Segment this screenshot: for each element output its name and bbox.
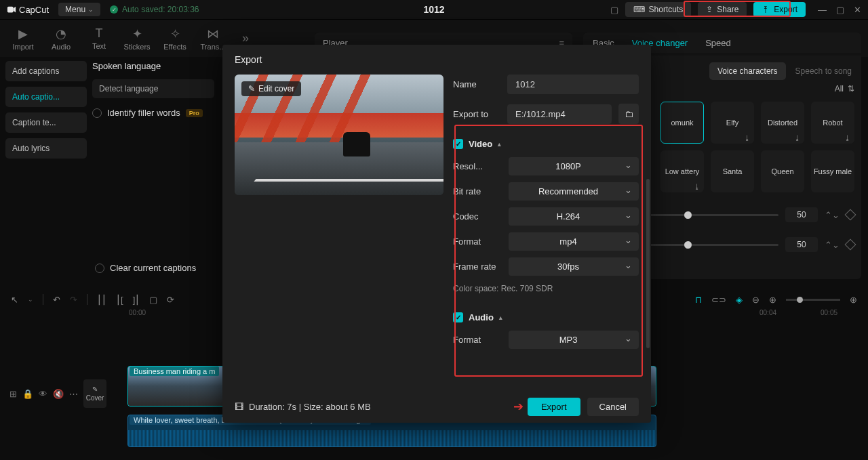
zoom-out-icon[interactable]: ⊖: [752, 295, 760, 305]
shortcuts-button[interactable]: ⌨ Shortcuts: [625, 2, 692, 17]
chevron-up-icon: ▴: [498, 141, 501, 148]
ruler-tick: 00:00: [129, 309, 146, 316]
maximize-icon[interactable]: ▢: [836, 5, 844, 15]
track-lock-icon[interactable]: 🔒: [22, 389, 33, 399]
tab-import[interactable]: ▶Import: [4, 26, 42, 51]
exportto-input[interactable]: E:/1012.mp4: [507, 104, 612, 124]
export-dialog: Export ✎ Edit cover Name 1012 Export to …: [222, 45, 651, 423]
voice-card-elfy[interactable]: Elfy⭳: [711, 102, 754, 144]
export-button-top[interactable]: ⭱ Export: [753, 2, 806, 17]
tab-stickers[interactable]: ✦Stickers: [118, 26, 156, 51]
link-icon[interactable]: ⊂⊃: [711, 295, 726, 305]
detect-language-select[interactable]: Detect language: [92, 79, 214, 98]
sidebar-auto-captions[interactable]: Auto captio...: [5, 87, 87, 107]
cursor-tool-icon[interactable]: ↖: [11, 295, 18, 305]
menu-button[interactable]: Menu ⌄: [58, 3, 100, 16]
scrollbar[interactable]: [646, 179, 650, 348]
voice-characters-button[interactable]: Voice characters: [709, 62, 786, 80]
film-icon: 🎞: [235, 402, 243, 412]
undo-icon[interactable]: ↶: [53, 295, 60, 305]
transitions-icon: ⋈: [207, 26, 219, 41]
clear-captions-checkbox[interactable]: Clear current captions: [95, 263, 196, 273]
name-input[interactable]: 1012: [507, 75, 639, 94]
delete-icon[interactable]: ▢: [149, 295, 157, 305]
voice-card-label: Santa: [723, 167, 743, 175]
bitrate-label: Bit rate: [453, 186, 502, 196]
tab-speed[interactable]: Speed: [705, 38, 731, 48]
resolution-select[interactable]: 1080P: [509, 157, 639, 175]
tab-label: Trans...: [201, 43, 226, 51]
audio-format-label: Format: [453, 335, 502, 345]
pitch-value[interactable]: 50: [785, 207, 818, 222]
menu-label: Menu: [65, 5, 85, 14]
cancel-button[interactable]: Cancel: [587, 398, 639, 416]
fit-icon[interactable]: ⊕: [850, 295, 857, 305]
audio-section-toggle[interactable]: ✓ Audio ▴: [453, 312, 639, 322]
filter-all[interactable]: All: [835, 84, 844, 93]
voice-card-fussy-male[interactable]: Fussy male: [811, 150, 854, 192]
preview-icon[interactable]: ◈: [736, 295, 743, 305]
track-add-icon[interactable]: ⊞: [9, 389, 17, 399]
voice-card-label: Fussy male: [814, 167, 852, 175]
pencil-icon: ✎: [248, 84, 255, 93]
zoom-in-icon[interactable]: ⊕: [769, 295, 776, 305]
codec-select[interactable]: H.264: [509, 207, 639, 226]
ruler-tick: 00:05: [821, 309, 837, 316]
split-right-icon[interactable]: ]⎮: [133, 295, 140, 305]
export-confirm-button[interactable]: Export: [528, 398, 580, 416]
keyframe-icon[interactable]: [845, 239, 856, 251]
svg-rect-0: [7, 7, 14, 13]
audio-heading: Audio: [469, 312, 494, 322]
tab-audio[interactable]: ◔Audio: [42, 26, 80, 51]
bitrate-select[interactable]: Recommended: [509, 182, 639, 201]
minimize-icon[interactable]: —: [818, 5, 827, 15]
tab-effects[interactable]: ✧Effects: [156, 26, 194, 51]
chevron-down-icon[interactable]: ⌄: [28, 296, 33, 303]
stepper-icon[interactable]: ⌃⌄: [825, 210, 840, 220]
browse-folder-button[interactable]: 🗀: [618, 104, 639, 124]
edit-cover-label: Edit cover: [258, 84, 294, 93]
voice-card-low-battery[interactable]: Low attery⭳: [660, 150, 704, 192]
checkbox-icon: [92, 108, 102, 118]
track-eye-icon[interactable]: 👁: [39, 389, 47, 399]
track-more-icon[interactable]: ⋯: [69, 389, 78, 399]
sidebar-add-captions[interactable]: Add captions: [5, 61, 87, 81]
video-section-toggle[interactable]: ✓ Video ▴: [453, 139, 639, 149]
filter-icon[interactable]: ⇅: [848, 84, 854, 93]
tab-label: Effects: [163, 43, 186, 51]
tab-text[interactable]: TText: [80, 26, 118, 50]
identify-filler-checkbox[interactable]: Identify filler words Pro: [92, 108, 214, 118]
voice-card-queen[interactable]: Queen: [761, 150, 804, 192]
voice-card-chipmunk[interactable]: omunk: [660, 102, 704, 144]
magnet-icon[interactable]: ⊓: [695, 295, 702, 305]
timbre-value[interactable]: 50: [785, 237, 818, 252]
download-icon: ⭳: [794, 134, 801, 142]
folder-icon: 🗀: [625, 109, 633, 119]
speech-to-song-button[interactable]: Speech to song: [793, 62, 854, 80]
voice-card-distorted[interactable]: Distorted⭳: [761, 102, 804, 144]
keyframe-icon[interactable]: [845, 209, 856, 221]
sidebar-auto-lyrics[interactable]: Auto lyrics: [5, 138, 87, 159]
share-button[interactable]: ⇪ Share: [698, 2, 747, 17]
sidebar-caption-templates[interactable]: Caption te...: [5, 112, 87, 133]
format-select[interactable]: mp4: [509, 232, 639, 251]
audio-format-select[interactable]: MP3: [509, 331, 639, 349]
chevron-down-icon: ⌄: [88, 6, 94, 13]
stepper-icon[interactable]: ⌃⌄: [825, 240, 840, 250]
autosave-text: Auto saved: 20:03:36: [122, 5, 199, 14]
voice-card-robot[interactable]: Robot⭳: [811, 102, 854, 144]
cover-button[interactable]: ✎ Cover: [83, 379, 106, 408]
framerate-select[interactable]: 30fps: [509, 257, 639, 276]
split-icon[interactable]: ⎮⎮: [97, 295, 106, 305]
split-left-icon[interactable]: ⎮[: [116, 295, 123, 305]
redo-icon[interactable]: ↷: [70, 295, 77, 305]
name-label: Name: [453, 79, 500, 89]
zoom-slider[interactable]: [786, 299, 840, 301]
refresh-icon[interactable]: ⟳: [167, 295, 174, 305]
edit-cover-button[interactable]: ✎ Edit cover: [241, 81, 301, 96]
tab-more[interactable]: »: [232, 31, 259, 45]
voice-card-santa[interactable]: Santa: [711, 150, 754, 192]
close-icon[interactable]: ✕: [854, 5, 861, 15]
track-mute-icon[interactable]: 🔇: [53, 389, 64, 399]
layout-icon[interactable]: ▢: [610, 5, 618, 15]
